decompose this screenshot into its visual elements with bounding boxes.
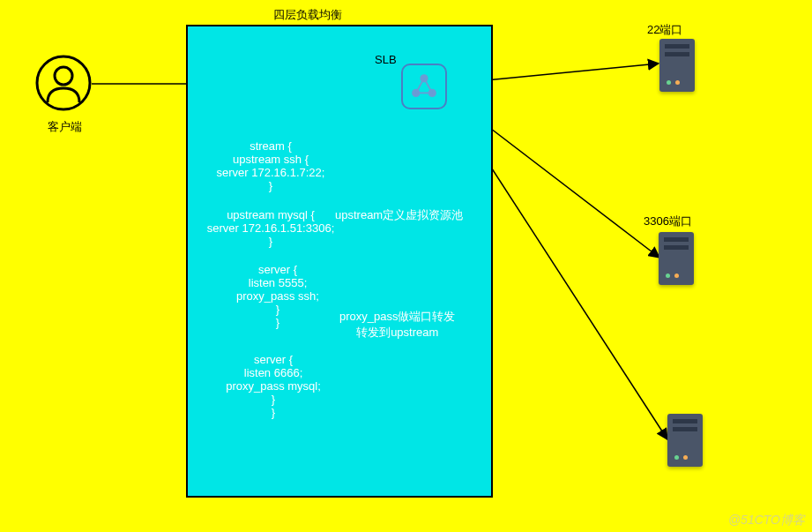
server3-icon <box>667 414 703 467</box>
slb-label: SLB <box>375 53 397 66</box>
server2-label: 3306端口 <box>644 214 692 229</box>
slb-icon <box>401 64 447 109</box>
server1-label: 22端口 <box>647 22 682 38</box>
config-upstream-mysql: upstream mysql { server 172.16.1.51:3306… <box>187 208 354 248</box>
note-proxy: proxy_pass做端口转发 转发到upstream <box>339 309 455 341</box>
svg-line-9 <box>416 79 424 94</box>
svg-point-4 <box>37 56 90 109</box>
config-server-6666: server { listen 6666; proxy_pass mysql; … <box>203 353 344 419</box>
note-upstream: upstream定义虚拟资源池 <box>335 207 463 223</box>
svg-point-5 <box>55 67 72 85</box>
client-icon <box>35 55 92 111</box>
server1-icon <box>659 39 695 92</box>
config-server-5555: server { listen 5555; proxy_pass ssh; } … <box>212 263 344 329</box>
svg-line-10 <box>424 79 432 94</box>
client-label: 客户端 <box>48 119 82 135</box>
diagram-title: 四层负载均衡 <box>273 7 342 23</box>
svg-point-6 <box>420 74 428 82</box>
server2-icon <box>659 232 694 285</box>
watermark: @51CTO博客 <box>728 513 805 528</box>
config-stream-ssh: stream { upstream ssh { server 172.16.1.… <box>196 139 346 192</box>
